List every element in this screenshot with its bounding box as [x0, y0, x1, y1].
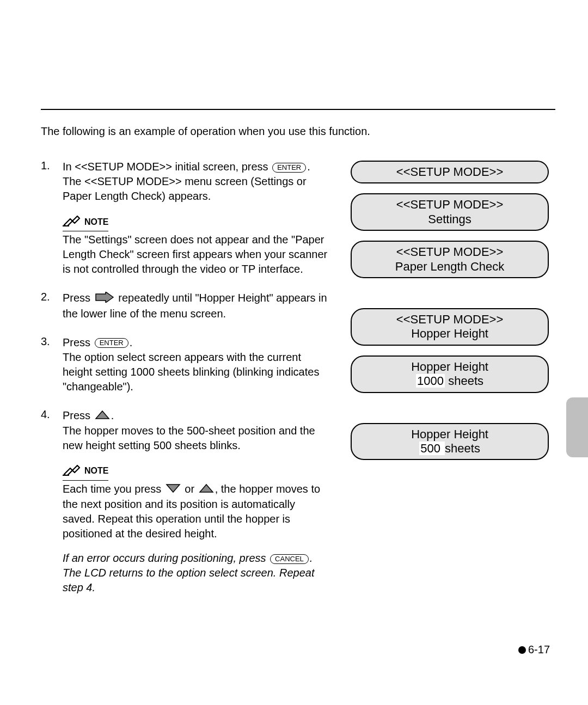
blinking-value: 1000 — [416, 374, 445, 388]
lcd-column: <<SETUP MODE>> <<SETUP MODE>> Settings <… — [344, 160, 555, 490]
step-3: 3. Press ENTER. The option select screen… — [41, 335, 328, 394]
intro-text: The following is an example of operation… — [41, 125, 555, 138]
lcd-panel: <<SETUP MODE>> Paper Length Check — [351, 241, 549, 278]
steps-column: 1. In <<SETUP MODE>> initial screen, pre… — [41, 160, 328, 609]
up-arrow-icon — [199, 482, 214, 497]
step-text: The option select screen appears with th… — [63, 350, 328, 394]
note-block: NOTE Each time you press or — [63, 464, 328, 542]
step-4: 4. Press . The hopper moves to the 500-s… — [41, 408, 328, 596]
step-text: Press — [63, 336, 94, 348]
step-text: Press — [63, 292, 94, 304]
step-text: The <<SETUP MODE>> menu screen (Settings… — [63, 174, 328, 204]
step-text: . — [307, 161, 310, 173]
step-text: In <<SETUP MODE>> initial screen, press — [63, 161, 271, 173]
lcd-panel: Hopper Height 500 sheets — [351, 423, 549, 461]
lcd-panel: <<SETUP MODE>> Hopper Height — [351, 308, 549, 346]
divider — [41, 109, 555, 110]
enter-button-icon: ENTER — [272, 163, 306, 173]
right-arrow-icon — [95, 292, 114, 306]
bullet-icon — [518, 646, 526, 654]
note-label: NOTE — [84, 216, 108, 230]
note-text: Each time you press or — [63, 482, 328, 541]
step-number: 3. — [41, 335, 63, 394]
step-2: 2. Press repeatedly until "Hopper Height… — [41, 291, 328, 321]
step-text: The hopper moves to the 500-sheet positi… — [63, 424, 328, 453]
step-text: . — [130, 336, 133, 348]
step-1: 1. In <<SETUP MODE>> initial screen, pre… — [41, 160, 328, 277]
pen-icon — [63, 464, 81, 479]
down-arrow-icon — [166, 482, 181, 497]
step-number: 1. — [41, 160, 63, 277]
lcd-panel: <<SETUP MODE>> — [351, 161, 549, 183]
side-tab — [566, 397, 588, 457]
note-label: NOTE — [84, 465, 108, 479]
page-footer: 6-17 — [518, 643, 550, 656]
step-number: 2. — [41, 291, 63, 321]
lcd-panel: <<SETUP MODE>> Settings — [351, 193, 549, 231]
note-text: The "Settings" screen does not appear an… — [63, 232, 328, 277]
up-arrow-icon — [95, 409, 110, 424]
lcd-panel: Hopper Height 1000 sheets — [351, 355, 549, 393]
blinking-value: 500 — [419, 442, 445, 455]
step-text: Press — [63, 409, 94, 421]
error-note: If an error occurs during positioning, p… — [63, 551, 328, 595]
pen-icon — [63, 214, 81, 230]
cancel-button-icon: CANCEL — [270, 554, 309, 564]
step-text: . — [111, 409, 114, 421]
note-block: NOTE The "Settings" screen does not appe… — [63, 214, 328, 277]
step-number: 4. — [41, 408, 63, 596]
enter-button-icon: ENTER — [95, 338, 128, 348]
